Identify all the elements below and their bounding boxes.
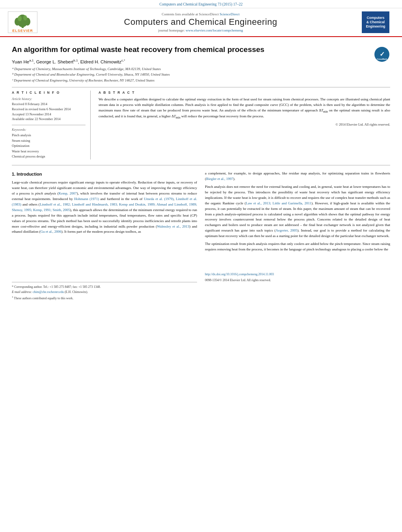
keywords-label: Keywords: (12, 128, 86, 132)
body-columns: 1. Introduction Large-scale chemical pro… (12, 171, 390, 301)
homepage-label: journal homepage: (158, 28, 185, 32)
sciencedirect-link[interactable]: ScienceDirect (220, 12, 239, 16)
keyword-3: Optimization (12, 143, 86, 149)
title-area: An algorithm for optimal waste heat reco… (12, 45, 390, 55)
footnotes-area: * Corresponding author. Tel.: +1 585 275… (12, 282, 197, 301)
svg-point-4 (18, 16, 22, 21)
homepage-url[interactable]: www.elsevier.com/locate/compchemeng (186, 28, 243, 32)
journal-bar: Computers and Chemical Engineering 73 (2… (0, 0, 402, 8)
abstract-panel: A B S T R A C T We describe a computer a… (99, 91, 390, 159)
abstract-heading: A B S T R A C T (99, 91, 390, 95)
intro-para-1: Large-scale chemical processes require s… (12, 180, 197, 235)
keywords-section: Keywords: Pinch analysis Steam raising O… (12, 125, 86, 159)
email-link[interactable]: chim@che.rochester.edu (33, 290, 64, 294)
article-info-panel: A R T I C L E I N F O Article history: R… (12, 91, 91, 159)
authors-text: Yuan Hea,1, George L. Shebertb,1, Eldred… (12, 59, 125, 64)
article-title: An algorithm for optimal waste heat reco… (12, 45, 280, 55)
keyword-5: Chemical process design (12, 154, 86, 159)
crossmark-icon: ✓ CrossMark (374, 47, 389, 62)
affiliation-c: ᶜ Department of Chemical Engineering, Un… (12, 78, 390, 83)
copyright-text: © 2014 Elsevier Ltd. All rights reserved… (99, 122, 390, 126)
received-date: Received 8 February 2014 (12, 102, 86, 107)
doi-url[interactable]: http://dx.doi.org/10.1016/j.compchemeng.… (205, 272, 274, 276)
page: Computers and Chemical Engineering 73 (2… (0, 0, 402, 532)
issn-text: 0098-1354/© 2014 Elsevier Ltd. All right… (205, 278, 390, 283)
section-1-heading: 1. Introduction (12, 171, 197, 178)
elsevier-label: ELSEVIER (12, 29, 33, 33)
footnote-corresponding: * Corresponding author. Tel.: +1 585 275… (12, 285, 197, 301)
journal-logo-image: Computers& ChemicalEngineering (362, 11, 389, 33)
doi-area: http://dx.doi.org/10.1016/j.compchemeng.… (205, 272, 390, 283)
affiliation-b: ᵇ Department of Chemical and Biomolecula… (12, 72, 390, 78)
accepted-date: Accepted 13 November 2014 (12, 112, 86, 117)
elsevier-image: ELSEVIER (8, 11, 37, 33)
journal-title: Computers and Chemical Engineering (43, 17, 358, 27)
affiliations: ᵃ Department of Chemistry, Massachusetts… (12, 67, 390, 83)
intro-para-4: The optimization result from pinch analy… (205, 241, 390, 252)
article-info-heading: A R T I C L E I N F O (12, 91, 86, 95)
journal-homepage: journal homepage: www.elsevier.com/locat… (43, 28, 358, 32)
keyword-1: Pinch analysis (12, 133, 86, 138)
journal-citation: Computers and Chemical Engineering 73 (2… (159, 2, 242, 6)
crossmark: ✓ CrossMark (374, 47, 390, 63)
intro-para-2: a complement, for example, to design app… (205, 171, 390, 182)
body-col-right: a complement, for example, to design app… (205, 171, 390, 301)
contents-line: Contents lists available at ScienceDirec… (43, 12, 358, 16)
elsevier-logo: ELSEVIER (8, 11, 39, 33)
received-revised-date: Received in revised form 6 November 2014 (12, 107, 86, 112)
body-col-left: 1. Introduction Large-scale chemical pro… (12, 171, 197, 301)
header-center: Contents lists available at ScienceDirec… (43, 12, 358, 32)
keyword-4: Waste heat recovery (12, 149, 86, 154)
keyword-2: Steam raising (12, 138, 86, 144)
available-online-date: Available online 22 November 2014 (12, 117, 86, 122)
intro-para-3: Pinch analysis does not remove the need … (205, 184, 390, 239)
authors: Yuan Hea,1, George L. Shebertb,1, Eldred… (12, 59, 390, 64)
contents-text: Contents lists available at ScienceDirec… (162, 12, 219, 16)
abstract-text: We describe a computer algorithm designe… (99, 97, 390, 120)
info-abstract-row: A R T I C L E I N F O Article history: R… (12, 87, 390, 159)
header-area: ELSEVIER Contents lists available at Sci… (0, 8, 402, 37)
affiliation-a: ᵃ Department of Chemistry, Massachusetts… (12, 67, 390, 72)
svg-text:CrossMark: CrossMark (377, 58, 387, 60)
main-content: An algorithm for optimal waste heat reco… (0, 37, 402, 306)
svg-text:✓: ✓ (380, 51, 385, 57)
and-word: and (192, 224, 197, 228)
svg-point-5 (23, 15, 27, 20)
journal-logo-right: Computers& ChemicalEngineering (362, 11, 390, 33)
doi-link: http://dx.doi.org/10.1016/j.compchemeng.… (205, 272, 390, 277)
history-label: Article history: (12, 97, 86, 101)
section-divider (12, 165, 390, 165)
